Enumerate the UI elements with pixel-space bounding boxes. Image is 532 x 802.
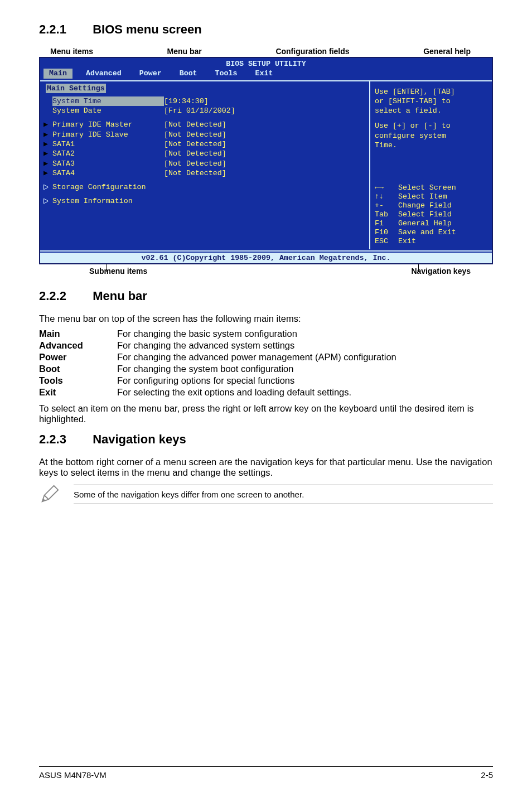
system-info-label: System Information <box>52 196 164 206</box>
sata4-row[interactable]: ▶ SATA4 [Not Detected] <box>43 168 366 178</box>
nav-exit: Exit <box>398 237 416 246</box>
triangle-right-icon: ▶ <box>43 130 52 139</box>
def-power-desc: For changing the advanced power manageme… <box>117 352 493 363</box>
sata1-label: SATA1 <box>52 139 164 149</box>
triangle-right-icon: ▶ <box>43 159 52 168</box>
help-line: Use [+] or [-] to <box>375 121 487 131</box>
bios-body: Main Settings System Time [19:34:30] Sys… <box>40 80 492 249</box>
bios-menubar: Main Advanced Power Boot Tools Exit <box>40 69 492 80</box>
nav-key-pm: +- <box>375 201 398 210</box>
system-info-row[interactable]: ▶ System Information <box>43 196 366 206</box>
label-config-fields: Configuration fields <box>275 47 349 56</box>
nav-key-f1: F1 <box>375 219 398 228</box>
primary-ide-slave-row[interactable]: ▶ Primary IDE Slave [Not Detected] <box>43 130 366 139</box>
sata2-val: [Not Detected] <box>164 149 366 158</box>
system-date-row[interactable]: System Date [Fri 01/18/2002] <box>43 106 366 115</box>
triangle-right-icon: ▶ <box>43 149 52 158</box>
menubar-paragraph: To select an item on the menu bar, press… <box>39 403 493 424</box>
system-time-value: [19:34:30] <box>164 96 366 106</box>
bios-left-pane: Main Settings System Time [19:34:30] Sys… <box>40 81 370 249</box>
sata4-val: [Not Detected] <box>164 168 366 178</box>
help-line: Use [ENTER], [TAB] <box>375 87 487 96</box>
triangle-right-icon: ▶ <box>43 196 52 206</box>
pide-master-val: [Not Detected] <box>164 120 366 129</box>
bios-tab-advanced[interactable]: Advanced <box>81 69 126 78</box>
def-tools-term: Tools <box>39 375 117 386</box>
triangle-right-icon: ▶ <box>43 182 52 192</box>
bios-tab-main[interactable]: Main <box>43 69 72 78</box>
system-time-label: System Time <box>52 96 164 106</box>
triangle-right-icon: ▶ <box>43 120 52 129</box>
page-footer: ASUS M4N78-VM 2-5 <box>39 766 493 780</box>
def-advanced-desc: For changing the advanced system setting… <box>117 340 493 351</box>
sata3-row[interactable]: ▶ SATA3 [Not Detected] <box>43 159 366 168</box>
def-exit-desc: For selecting the exit options and loadi… <box>117 387 493 398</box>
bottom-callout-labels: Submenu items Navigation keys <box>89 267 471 276</box>
triangle-right-icon: ▶ <box>43 168 52 178</box>
bios-window: BIOS SETUP UTILITY Main Advanced Power B… <box>39 57 493 264</box>
help-line: Time. <box>375 141 487 150</box>
nav-key-tab: Tab <box>375 210 398 219</box>
pide-slave-label: Primary IDE Slave <box>52 130 164 139</box>
system-time-row[interactable]: System Time [19:34:30] <box>43 96 366 106</box>
bios-tab-boot[interactable]: Boot <box>175 69 202 78</box>
section-number: 2.2.3 <box>39 432 89 447</box>
footer-left: ASUS M4N78-VM <box>39 770 107 780</box>
nav-save-exit: Save and Exit <box>398 228 456 237</box>
nav-select-item: Select Item <box>398 192 447 201</box>
nav-key-ud-icon: ↑↓ <box>375 192 398 201</box>
bios-title: BIOS SETUP UTILITY <box>40 58 492 69</box>
def-tools-desc: For configuring options for special func… <box>117 375 493 386</box>
storage-config-label: Storage Configuration <box>52 182 164 192</box>
def-main-term: Main <box>39 328 117 339</box>
sata1-val: [Not Detected] <box>164 139 366 149</box>
def-main-desc: For changing the basic system configurat… <box>117 328 493 339</box>
bios-screenshot: BIOS SETUP UTILITY Main Advanced Power B… <box>39 57 493 264</box>
menu-definitions: MainFor changing the basic system config… <box>39 328 493 398</box>
section-heading-222: 2.2.2 Menu bar <box>39 289 493 303</box>
nav-select-screen: Select Screen <box>398 183 456 192</box>
help-line: configure system <box>375 131 487 141</box>
nav-general-help: General Help <box>398 219 452 228</box>
pide-slave-val: [Not Detected] <box>164 130 366 139</box>
nav-change-field: Change Field <box>398 201 452 210</box>
nav-select-field: Select Field <box>398 210 452 219</box>
section-heading-221: 2.2.1 BIOS menu screen <box>39 22 493 37</box>
bios-tab-exit[interactable]: Exit <box>251 69 278 78</box>
sata2-row[interactable]: ▶ SATA2 [Not Detected] <box>43 149 366 158</box>
primary-ide-master-row[interactable]: ▶ Primary IDE Master [Not Detected] <box>43 120 366 129</box>
help-line: or [SHIFT-TAB] to <box>375 96 487 106</box>
def-boot-term: Boot <box>39 364 117 374</box>
label-general-help: General help <box>423 47 471 56</box>
storage-config-row[interactable]: ▶ Storage Configuration <box>43 182 366 192</box>
footer-right: 2-5 <box>481 770 493 780</box>
sata3-label: SATA3 <box>52 159 164 168</box>
label-submenu-items: Submenu items <box>89 267 147 276</box>
section-heading-223: 2.2.3 Navigation keys <box>39 432 493 447</box>
def-boot-desc: For changing the system boot configurati… <box>117 364 493 374</box>
label-navigation-keys: Navigation keys <box>411 267 471 276</box>
menubar-intro: The menu bar on top of the screen has th… <box>39 313 493 324</box>
bios-tab-tools[interactable]: Tools <box>211 69 242 78</box>
section-title: Menu bar <box>93 289 147 303</box>
bios-footer: v02.61 (C)Copyright 1985-2009, American … <box>40 253 492 263</box>
def-exit-term: Exit <box>39 387 117 398</box>
sata1-row[interactable]: ▶ SATA1 [Not Detected] <box>43 139 366 149</box>
def-advanced-term: Advanced <box>39 340 117 351</box>
label-menu-items: Menu items <box>50 47 93 56</box>
bios-tab-power[interactable]: Power <box>135 69 166 78</box>
system-date-label: System Date <box>52 106 164 115</box>
help-line: select a field. <box>375 106 487 115</box>
note-text: Some of the navigation keys differ from … <box>74 485 493 504</box>
note-row: Some of the navigation keys differ from … <box>39 484 493 505</box>
navkeys-paragraph: At the bottom right corner of a menu scr… <box>39 457 493 478</box>
triangle-right-icon: ▶ <box>43 139 52 149</box>
section-number: 2.2.2 <box>39 289 89 303</box>
main-settings-label: Main Settings <box>46 84 106 93</box>
top-callout-labels: Menu items Menu bar Configuration fields… <box>39 47 493 56</box>
section-number: 2.2.1 <box>39 22 89 37</box>
sata3-val: [Not Detected] <box>164 159 366 168</box>
section-title: Navigation keys <box>93 432 186 446</box>
nav-keys-block: ←→Select Screen ↑↓Select Item +-Change F… <box>375 183 487 246</box>
pencil-icon <box>39 484 60 505</box>
